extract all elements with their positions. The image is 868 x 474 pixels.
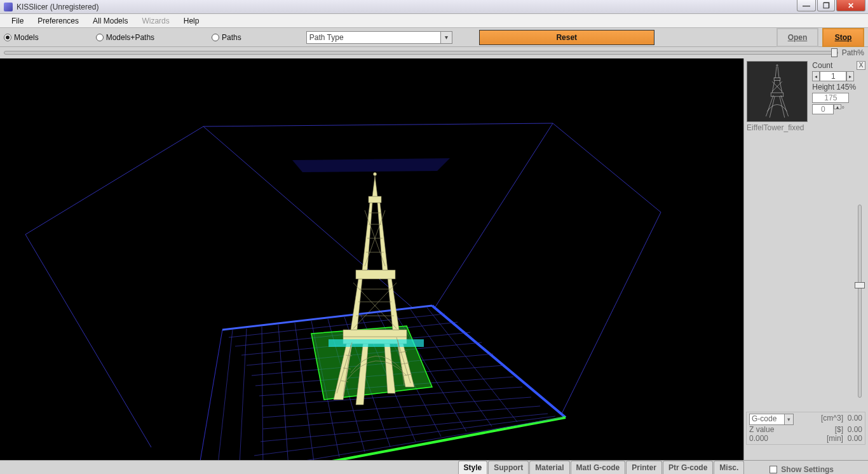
close-button[interactable]: ✕: [836, 0, 865, 11]
svg-rect-61: [774, 78, 780, 80]
menu-wizards: Wizards: [135, 15, 175, 27]
radio-models-paths-label: Models+Paths: [106, 33, 154, 42]
stop-button[interactable]: Stop: [822, 28, 864, 47]
svg-line-1: [560, 212, 661, 416]
cm3-value: 0.00: [848, 414, 862, 423]
count-decrease[interactable]: ◂: [812, 71, 820, 81]
open-button[interactable]: Open: [776, 28, 818, 47]
tab-misc[interactable]: Misc.: [714, 461, 744, 474]
view-mode-radios: Models Models+Paths Paths: [4, 33, 241, 42]
min-value: 0.00: [848, 434, 862, 443]
svg-marker-4: [292, 158, 450, 172]
min-label: [min]: [827, 434, 843, 443]
show-settings-label: Show Settings: [781, 465, 834, 474]
stop-label: Stop: [835, 33, 852, 42]
layer-slider[interactable]: [855, 205, 864, 398]
maximize-button[interactable]: ❐: [817, 0, 835, 11]
close-model-button[interactable]: X: [857, 61, 865, 70]
titlebar: KISSlicer (Unregistered) — ❐ ✕: [0, 0, 868, 14]
stats-select[interactable]: G-code▾: [749, 414, 794, 425]
minimize-button[interactable]: —: [797, 0, 816, 11]
path-type-select[interactable]: Path Type ▾: [306, 31, 452, 44]
count-increase[interactable]: ▸: [846, 71, 854, 81]
open-label: Open: [788, 33, 808, 42]
checkbox-icon: [770, 466, 777, 473]
model-props: X Count ◂1▸ Height 145% 175 0▴°: [812, 61, 856, 116]
menu-file[interactable]: File: [5, 15, 30, 27]
tab-support[interactable]: Support: [488, 461, 529, 474]
svg-line-0: [25, 234, 151, 447]
app-icon: [4, 3, 13, 11]
z-value: 0.000: [749, 434, 768, 443]
menu-preferences[interactable]: Preferences: [31, 15, 85, 27]
tab-matl-gcode[interactable]: Matl G-code: [571, 461, 626, 474]
tab-ptr-gcode[interactable]: Ptr G-code: [663, 461, 713, 474]
radio-models-paths[interactable]: Models+Paths: [96, 33, 154, 42]
path-type-label: Path Type: [309, 33, 344, 42]
layer-slider-thumb[interactable]: [855, 282, 865, 288]
chevron-down-icon: ▾: [784, 414, 793, 424]
radio-paths-label: Paths: [222, 33, 241, 42]
content-area: X Count ◂1▸ Height 145% 175 0▴° EiffelTo…: [0, 58, 868, 461]
angle-input[interactable]: 0: [812, 104, 834, 114]
toolbar: Models Models+Paths Paths Path Type ▾ Re…: [0, 28, 868, 47]
radio-paths[interactable]: Paths: [212, 33, 241, 42]
chevron-down-icon: ▾: [440, 32, 452, 43]
cm3-label: [cm^3]: [821, 414, 843, 423]
svg-rect-48: [369, 196, 381, 203]
radio-models-label: Models: [14, 33, 39, 42]
svg-rect-35: [329, 339, 424, 347]
path-slider[interactable]: [4, 51, 838, 55]
svg-rect-60: [771, 93, 783, 97]
svg-line-3: [435, 123, 553, 307]
stats-panel: G-code▾ [cm^3] 0.00 Z value [$] 0.00 0.0…: [746, 412, 865, 445]
height-input[interactable]: 175: [812, 93, 849, 103]
path-slider-thumb[interactable]: [831, 48, 837, 57]
menu-help[interactable]: Help: [177, 15, 206, 27]
model-thumbnail[interactable]: [747, 61, 808, 122]
svg-point-49: [374, 173, 377, 176]
radio-models[interactable]: Models: [4, 33, 39, 42]
side-panel: X Count ◂1▸ Height 145% 175 0▴° EiffelTo…: [743, 58, 868, 461]
3d-viewport[interactable]: [0, 58, 743, 461]
count-input[interactable]: 1: [820, 71, 846, 81]
3d-scene: [0, 58, 743, 461]
count-label: Count: [812, 61, 832, 70]
height-label: Height 145%: [812, 83, 856, 91]
model-name-label: EiffelTower_fixed: [747, 123, 865, 132]
show-settings-checkbox[interactable]: Show Settings: [770, 465, 834, 474]
window-controls: — ❐ ✕: [796, 0, 865, 11]
angle-up[interactable]: ▴: [834, 104, 841, 109]
tab-printer[interactable]: Printer: [626, 461, 662, 474]
angle-unit: °: [841, 105, 844, 114]
window-title: KISSlicer (Unregistered): [17, 3, 98, 11]
dollar-label: [$]: [835, 425, 843, 434]
path-slider-row: Path%: [0, 47, 868, 58]
menu-all-models[interactable]: All Models: [86, 15, 134, 27]
menu-bar: File Preferences All Models Wizards Help: [0, 14, 868, 28]
stats-select-label: G-code: [750, 414, 776, 423]
reset-button[interactable]: Reset: [479, 30, 654, 45]
tab-style[interactable]: Style: [458, 461, 488, 474]
bottom-bar: Style Support Material Matl G-code Print…: [0, 460, 868, 474]
svg-rect-36: [356, 270, 395, 279]
dollar-value: 0.00: [848, 425, 862, 434]
z-label: Z value: [749, 425, 774, 434]
path-slider-label: Path%: [842, 48, 864, 57]
tab-material[interactable]: Material: [529, 461, 569, 474]
svg-point-62: [776, 65, 778, 66]
